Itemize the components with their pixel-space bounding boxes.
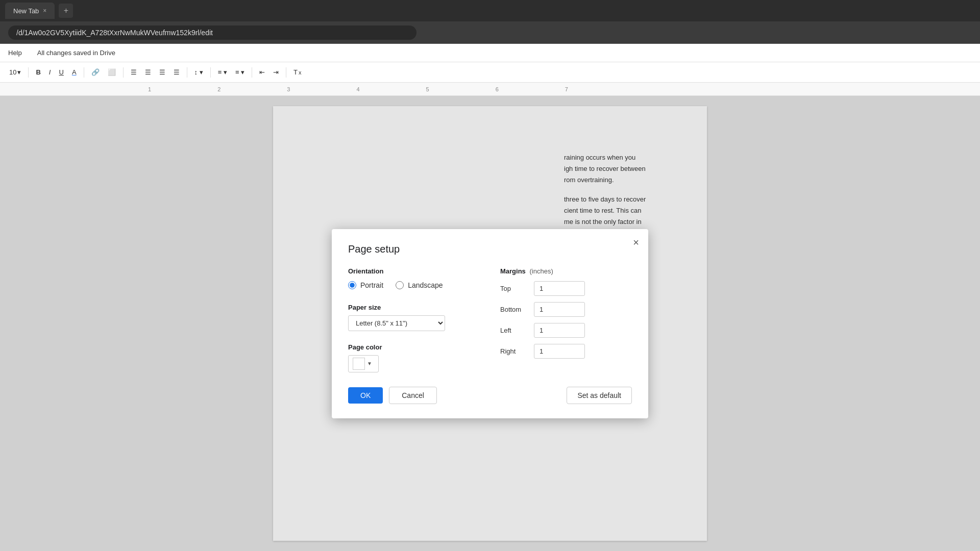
ok-button[interactable]: OK (348, 387, 383, 404)
color-arrow-icon: ▼ (367, 361, 372, 366)
orientation-label: Orientation (348, 267, 480, 275)
margin-right-input[interactable] (534, 344, 585, 359)
save-status: All changes saved in Drive (37, 49, 115, 57)
dialog-title: Page setup (348, 243, 632, 255)
margin-top-row: Top (500, 281, 632, 296)
margin-left-label: Left (500, 327, 526, 334)
page-setup-dialog: Page setup × Orientation Portrait (332, 229, 648, 418)
tab-close-button[interactable]: × (43, 7, 46, 14)
margin-bottom-label: Bottom (500, 306, 526, 313)
align-justify-button[interactable]: ☰ (170, 66, 183, 78)
toolbar-separator-3 (123, 67, 124, 78)
margin-left-input[interactable] (534, 323, 585, 338)
docs-toolbar: 10 ▾ B I U A 🔗 ⬜ ☰ ☰ ☰ ☰ ↕ ▾ ≡ ▾ ≡ ▾ ⇤ ⇥… (0, 62, 980, 83)
margin-top-label: Top (500, 285, 526, 292)
page-color-button[interactable]: ▼ (348, 355, 379, 372)
link-button[interactable]: 🔗 (88, 66, 103, 78)
landscape-option[interactable]: Landscape (396, 281, 443, 289)
toolbar-separator-2 (84, 67, 84, 78)
tab-label: New Tab (13, 7, 39, 15)
orientation-row: Portrait Landscape (348, 281, 480, 289)
dialog-overlay: Page setup × Orientation Portrait (0, 96, 980, 551)
dialog-footer: OK Cancel Set as default (348, 387, 632, 404)
portrait-radio[interactable] (348, 281, 356, 289)
portrait-label: Portrait (360, 281, 383, 289)
italic-button[interactable]: I (46, 66, 54, 78)
align-right-button[interactable]: ☰ (156, 66, 168, 78)
address-input[interactable] (8, 26, 416, 40)
landscape-label: Landscape (408, 281, 443, 289)
docs-content: raining occurs when you igh time to reco… (0, 96, 980, 551)
underline-button[interactable]: U (56, 66, 66, 78)
browser-titlebar: New Tab × + (0, 0, 980, 21)
new-tab-button[interactable]: + (59, 4, 73, 18)
margin-bottom-input[interactable] (534, 302, 585, 317)
docs-ruler: 1 2 3 4 5 6 7 (0, 83, 980, 96)
docs-app: Help All changes saved in Drive 10 ▾ B I… (0, 44, 980, 551)
margin-right-label: Right (500, 347, 526, 355)
margins-label: Margins (500, 267, 526, 275)
text-color-button[interactable]: A (69, 66, 80, 78)
toolbar-separator-5 (210, 67, 211, 78)
address-bar (0, 21, 980, 44)
dialog-right-column: Margins (inches) Top Bottom (500, 267, 632, 372)
margins-label-row: Margins (inches) (500, 267, 632, 281)
line-spacing-button[interactable]: ↕ ▾ (191, 66, 206, 78)
comment-button[interactable]: ⬜ (105, 66, 119, 78)
margin-top-input[interactable] (534, 281, 585, 296)
clear-formatting-button[interactable]: Tx (290, 66, 304, 78)
paper-size-select[interactable]: Letter (8.5" x 11") A4 (8.27" x 11.69") … (348, 315, 445, 331)
bold-button[interactable]: B (33, 66, 43, 78)
margin-bottom-row: Bottom (500, 302, 632, 317)
browser-tab[interactable]: New Tab × (5, 3, 55, 19)
color-swatch (353, 358, 365, 370)
set-as-default-button[interactable]: Set as default (567, 387, 632, 404)
toolbar-separator-4 (187, 67, 187, 78)
toolbar-separator-7 (286, 67, 286, 78)
align-left-button[interactable]: ☰ (128, 66, 140, 78)
cancel-button[interactable]: Cancel (389, 387, 437, 404)
toolbar-separator-1 (28, 67, 29, 78)
numbered-list-button[interactable]: ≡ ▾ (215, 66, 230, 78)
page-color-label: Page color (348, 343, 480, 351)
margins-unit: (inches) (528, 267, 553, 275)
dialog-body: Orientation Portrait Landscape (348, 267, 632, 372)
dialog-close-button[interactable]: × (633, 237, 639, 247)
font-size-display[interactable]: 10 ▾ (6, 66, 24, 78)
landscape-radio[interactable] (396, 281, 404, 289)
docs-menubar: Help All changes saved in Drive (0, 44, 980, 62)
indent-increase-button[interactable]: ⇥ (270, 66, 282, 78)
portrait-option[interactable]: Portrait (348, 281, 383, 289)
indent-decrease-button[interactable]: ⇤ (256, 66, 268, 78)
dialog-left-column: Orientation Portrait Landscape (348, 267, 480, 372)
align-center-button[interactable]: ☰ (142, 66, 154, 78)
toolbar-separator-6 (252, 67, 252, 78)
menu-help[interactable]: Help (8, 49, 22, 57)
margin-right-row: Right (500, 344, 632, 359)
margin-left-row: Left (500, 323, 632, 338)
bulleted-list-button[interactable]: ≡ ▾ (232, 66, 248, 78)
paper-size-label: Paper size (348, 304, 480, 311)
